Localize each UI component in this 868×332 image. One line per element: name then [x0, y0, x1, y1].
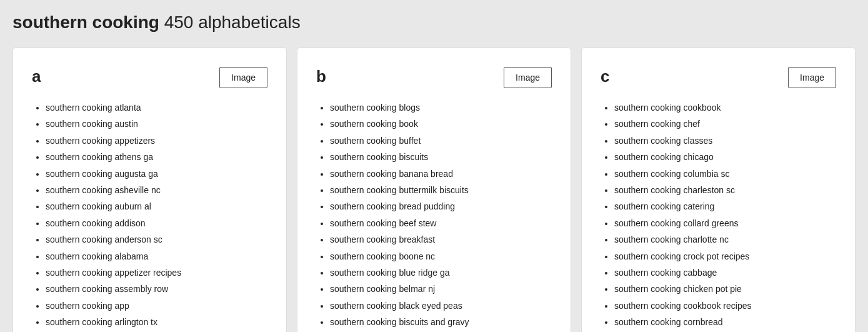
list-item[interactable]: southern cooking augusta ga — [46, 167, 267, 181]
list-item[interactable]: southern cooking chicken pot pie — [614, 282, 836, 296]
list-item-link[interactable]: southern cooking cornbread — [614, 317, 723, 327]
list-item[interactable]: southern cooking appetizers — [46, 134, 267, 148]
list-item-link[interactable]: southern cooking bread pudding — [330, 201, 455, 211]
image-button-b[interactable]: Image — [504, 67, 552, 88]
column-header-b: bImage — [316, 67, 552, 88]
title-rest: 450 alphabeticals — [159, 13, 301, 32]
list-item[interactable]: southern cooking belmar nj — [330, 282, 552, 296]
list-item-link[interactable]: southern cooking chicken pot pie — [614, 284, 742, 294]
list-item-link[interactable]: southern cooking augusta ga — [46, 169, 158, 179]
list-item-link[interactable]: southern cooking anderson sc — [46, 234, 162, 244]
list-item[interactable]: southern cooking cornbread — [614, 315, 836, 329]
list-item-link[interactable]: southern cooking book — [330, 119, 418, 129]
list-item[interactable]: southern cooking blue ridge ga — [330, 266, 552, 279]
list-item-link[interactable]: southern cooking breakfast — [330, 234, 435, 244]
list-item-link[interactable]: southern cooking catering — [614, 201, 714, 211]
list-item[interactable]: southern cooking collard greens — [614, 216, 836, 230]
list-item[interactable]: southern cooking atlanta — [46, 101, 267, 114]
list-item-link[interactable]: southern cooking black eyed peas — [330, 301, 462, 311]
column-letter-a: a — [32, 67, 41, 86]
list-item-link[interactable]: southern cooking addison — [46, 218, 146, 228]
list-item[interactable]: southern cooking banana bread — [330, 167, 552, 181]
list-item[interactable]: southern cooking auburn al — [46, 199, 267, 213]
item-list-c: southern cooking cookbooksouthern cookin… — [601, 101, 836, 332]
column-letter-b: b — [316, 67, 326, 86]
column-header-c: cImage — [601, 67, 836, 88]
list-item[interactable]: southern cooking charleston sc — [614, 183, 836, 197]
list-item-link[interactable]: southern cooking buffet — [330, 136, 421, 146]
list-item-link[interactable]: southern cooking assembly row — [46, 284, 168, 294]
image-button-c[interactable]: Image — [788, 67, 836, 88]
list-item-link[interactable]: southern cooking charlotte nc — [614, 234, 729, 244]
list-item[interactable]: southern cooking biscuits and gravy — [330, 315, 552, 329]
list-item-link[interactable]: southern cooking arlington tx — [46, 317, 157, 327]
list-item-link[interactable]: southern cooking appetizers — [46, 136, 155, 146]
list-item-link[interactable]: southern cooking classes — [614, 136, 712, 146]
item-list-b: southern cooking blogssouthern cooking b… — [316, 101, 552, 332]
list-item[interactable]: southern cooking buttermilk biscuits — [330, 183, 552, 197]
image-button-a[interactable]: Image — [219, 67, 267, 88]
list-item[interactable]: southern cooking anderson sc — [46, 233, 267, 246]
list-item[interactable]: southern cooking appetizer recipes — [46, 266, 267, 279]
list-item[interactable]: southern cooking buffet — [330, 134, 552, 148]
list-item[interactable]: southern cooking breakfast — [330, 233, 552, 246]
column-header-a: aImage — [32, 67, 267, 88]
list-item-link[interactable]: southern cooking beef stew — [330, 218, 436, 228]
list-item[interactable]: southern cooking app — [46, 299, 267, 313]
list-item[interactable]: southern cooking cookbook — [614, 101, 836, 114]
list-item[interactable]: southern cooking catering — [614, 199, 836, 213]
list-item-link[interactable]: southern cooking biscuits and gravy — [330, 317, 469, 327]
list-item-link[interactable]: southern cooking athens ga — [46, 152, 153, 162]
list-item-link[interactable]: southern cooking atlanta — [46, 103, 141, 113]
list-item[interactable]: southern cooking addison — [46, 216, 267, 230]
list-item-link[interactable]: southern cooking belmar nj — [330, 284, 435, 294]
list-item[interactable]: southern cooking columbia sc — [614, 167, 836, 181]
list-item-link[interactable]: southern cooking blue ridge ga — [330, 268, 449, 278]
list-item[interactable]: southern cooking alabama — [46, 249, 267, 263]
list-item[interactable]: southern cooking austin — [46, 117, 267, 131]
list-item[interactable]: southern cooking book — [330, 117, 552, 131]
list-item-link[interactable]: southern cooking collard greens — [614, 218, 738, 228]
list-item[interactable]: southern cooking beef stew — [330, 216, 552, 230]
column-card-c: cImagesouthern cooking cookbooksouthern … — [581, 48, 856, 332]
list-item[interactable]: southern cooking chef — [614, 117, 836, 131]
list-item-link[interactable]: southern cooking cookbook recipes — [614, 301, 751, 311]
list-item[interactable]: southern cooking arlington tx — [46, 315, 267, 329]
list-item-link[interactable]: southern cooking cookbook — [614, 103, 721, 113]
list-item-link[interactable]: southern cooking columbia sc — [614, 169, 729, 179]
list-item[interactable]: southern cooking asheville nc — [46, 183, 267, 197]
list-item-link[interactable]: southern cooking biscuits — [330, 152, 428, 162]
columns-container: aImagesouthern cooking atlantasouthern c… — [12, 48, 856, 332]
list-item-link[interactable]: southern cooking blogs — [330, 103, 420, 113]
list-item-link[interactable]: southern cooking buttermilk biscuits — [330, 185, 469, 195]
list-item-link[interactable]: southern cooking banana bread — [330, 169, 453, 179]
list-item-link[interactable]: southern cooking cabbage — [614, 268, 717, 278]
list-item-link[interactable]: southern cooking auburn al — [46, 201, 151, 211]
list-item[interactable]: southern cooking biscuits — [330, 150, 552, 164]
list-item-link[interactable]: southern cooking austin — [46, 119, 138, 129]
list-item-link[interactable]: southern cooking appetizer recipes — [46, 268, 181, 278]
column-card-a: aImagesouthern cooking atlantasouthern c… — [12, 48, 287, 332]
list-item-link[interactable]: southern cooking boone nc — [330, 251, 435, 261]
list-item-link[interactable]: southern cooking charleston sc — [614, 185, 735, 195]
list-item[interactable]: southern cooking classes — [614, 134, 836, 148]
list-item[interactable]: southern cooking bread pudding — [330, 199, 552, 213]
list-item[interactable]: southern cooking chicago — [614, 150, 836, 164]
list-item[interactable]: southern cooking boone nc — [330, 249, 552, 263]
list-item-link[interactable]: southern cooking chicago — [614, 152, 714, 162]
list-item[interactable]: southern cooking cabbage — [614, 266, 836, 279]
column-card-b: bImagesouthern cooking blogssouthern coo… — [297, 48, 571, 332]
title-bold: southern cooking — [12, 13, 159, 32]
list-item[interactable]: southern cooking assembly row — [46, 282, 267, 296]
list-item-link[interactable]: southern cooking alabama — [46, 251, 148, 261]
list-item[interactable]: southern cooking athens ga — [46, 150, 267, 164]
list-item[interactable]: southern cooking charlotte nc — [614, 233, 836, 246]
list-item[interactable]: southern cooking cookbook recipes — [614, 299, 836, 313]
list-item[interactable]: southern cooking blogs — [330, 101, 552, 114]
list-item[interactable]: southern cooking crock pot recipes — [614, 249, 836, 263]
list-item-link[interactable]: southern cooking crock pot recipes — [614, 251, 749, 261]
list-item-link[interactable]: southern cooking chef — [614, 119, 700, 129]
list-item[interactable]: southern cooking black eyed peas — [330, 299, 552, 313]
list-item-link[interactable]: southern cooking app — [46, 301, 129, 311]
list-item-link[interactable]: southern cooking asheville nc — [46, 185, 161, 195]
